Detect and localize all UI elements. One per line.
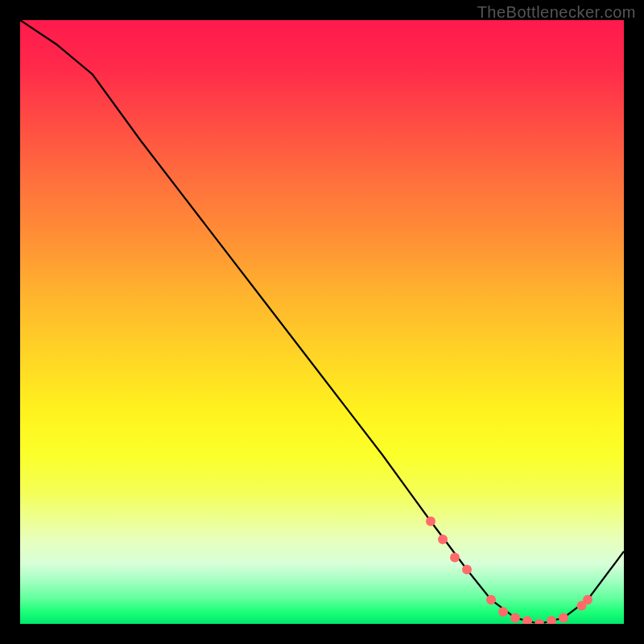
marker-point xyxy=(559,613,568,623)
marker-point xyxy=(522,616,532,624)
plot-area xyxy=(20,20,624,624)
bottleneck-curve-path xyxy=(20,20,624,624)
marker-point xyxy=(498,607,508,617)
marker-point xyxy=(450,553,460,563)
highlight-markers xyxy=(426,517,592,625)
marker-point xyxy=(583,595,592,605)
marker-point xyxy=(426,517,436,526)
marker-point xyxy=(510,613,520,623)
marker-point xyxy=(535,619,544,624)
marker-point xyxy=(438,535,448,544)
marker-point xyxy=(462,565,472,575)
marker-point xyxy=(547,616,556,624)
chart-svg xyxy=(20,20,624,624)
watermark-text: TheBottlenecker.com xyxy=(477,3,636,22)
marker-point xyxy=(486,595,496,605)
